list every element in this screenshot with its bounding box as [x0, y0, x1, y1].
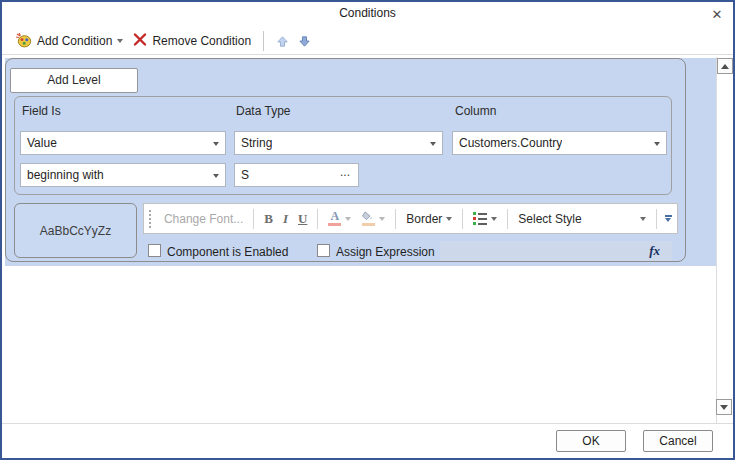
format-separator — [507, 209, 508, 229]
fill-color-dropdown-icon[interactable] — [379, 217, 385, 221]
style-list-button[interactable] — [468, 210, 502, 227]
chevron-down-icon — [213, 174, 219, 178]
data-type-label: Data Type — [236, 104, 290, 118]
toolbar-grip-handle[interactable] — [149, 210, 154, 228]
add-level-button[interactable]: Add Level — [10, 68, 138, 93]
toolbar-divider — [2, 54, 733, 55]
style-list-dropdown-icon — [491, 217, 497, 221]
data-type-combo-value: String — [241, 136, 272, 150]
vertical-scrollbar[interactable] — [716, 57, 733, 423]
toolbar-separator — [263, 31, 264, 51]
style-preview: AaBbCcYyZz — [14, 203, 137, 258]
expression-field[interactable]: fx — [440, 241, 672, 261]
component-enabled-checkbox[interactable] — [148, 244, 161, 257]
fx-icon[interactable]: fx — [649, 243, 660, 259]
add-condition-label: Add Condition — [37, 34, 112, 48]
scroll-up-icon — [721, 64, 729, 69]
arrow-down-icon — [298, 35, 311, 48]
underline-icon: U — [298, 211, 307, 227]
select-style-dropdown-icon — [640, 217, 646, 221]
remove-condition-button[interactable]: Remove Condition — [128, 31, 256, 51]
footer-divider — [2, 423, 733, 424]
underline-button[interactable]: U — [293, 209, 312, 229]
chevron-down-icon — [430, 142, 436, 146]
cancel-button[interactable]: Cancel — [643, 430, 713, 452]
remove-condition-x-icon — [133, 33, 147, 49]
remove-condition-label: Remove Condition — [152, 34, 251, 48]
assign-expression-checkbox[interactable] — [317, 244, 330, 257]
ok-button[interactable]: OK — [556, 430, 626, 452]
field-is-combo[interactable]: Value — [20, 131, 226, 155]
move-up-button[interactable] — [271, 31, 293, 51]
value-input-wrapper: ... — [234, 163, 359, 187]
column-label: Column — [455, 104, 496, 118]
format-separator — [656, 209, 657, 229]
paint-bucket-icon — [361, 211, 375, 226]
overflow-icon — [665, 215, 672, 217]
scroll-down-button[interactable] — [716, 399, 732, 415]
border-label: Border — [406, 212, 442, 226]
format-toolbar: Change Font... B I U A Border — [143, 203, 678, 234]
column-combo[interactable]: Customers.Country — [452, 131, 667, 155]
italic-icon: I — [283, 211, 288, 227]
format-separator — [462, 209, 463, 229]
bold-icon: B — [264, 211, 273, 227]
field-is-label: Field Is — [22, 104, 61, 118]
scroll-up-button[interactable] — [717, 58, 733, 74]
add-condition-button[interactable]: Add Condition — [10, 30, 128, 53]
close-icon[interactable]: ✕ — [706, 6, 728, 24]
border-button[interactable]: Border — [401, 210, 457, 228]
operation-combo-value: beginning with — [27, 168, 104, 182]
select-style-combo[interactable]: Select Style — [513, 210, 651, 228]
add-condition-icon — [15, 32, 32, 51]
font-color-dropdown-icon[interactable] — [345, 217, 351, 221]
assign-expression-label: Assign Expression — [336, 245, 435, 259]
border-dropdown-icon — [446, 217, 452, 221]
list-style-icon — [473, 212, 487, 225]
field-is-combo-value: Value — [27, 136, 57, 150]
bold-button[interactable]: B — [259, 209, 278, 229]
change-font-label: Change Font... — [164, 212, 243, 226]
move-down-button[interactable] — [293, 31, 315, 51]
add-condition-dropdown-icon[interactable] — [117, 39, 123, 43]
chevron-down-icon — [213, 142, 219, 146]
format-separator — [253, 209, 254, 229]
column-combo-value: Customers.Country — [459, 136, 562, 150]
chevron-down-icon — [654, 142, 660, 146]
font-color-button[interactable]: A — [323, 209, 356, 228]
toolbar-overflow-button[interactable] — [662, 215, 674, 222]
change-font-button[interactable]: Change Font... — [159, 210, 248, 228]
format-separator — [395, 209, 396, 229]
italic-button[interactable]: I — [278, 209, 293, 229]
conditions-toolbar: Add Condition Remove Condition — [10, 28, 315, 54]
fill-color-button[interactable] — [356, 209, 390, 228]
data-type-combo[interactable]: String — [234, 131, 443, 155]
component-enabled-label: Component is Enabled — [167, 245, 288, 259]
arrow-up-icon — [276, 35, 289, 48]
select-style-value: Select Style — [518, 212, 581, 226]
font-color-icon: A — [328, 211, 341, 226]
dialog-title: Conditions — [0, 6, 735, 20]
format-separator — [317, 209, 318, 229]
scroll-down-icon — [720, 405, 728, 410]
value-input[interactable] — [235, 168, 332, 182]
operation-combo[interactable]: beginning with — [20, 163, 226, 187]
browse-ellipsis-button[interactable]: ... — [332, 164, 358, 186]
